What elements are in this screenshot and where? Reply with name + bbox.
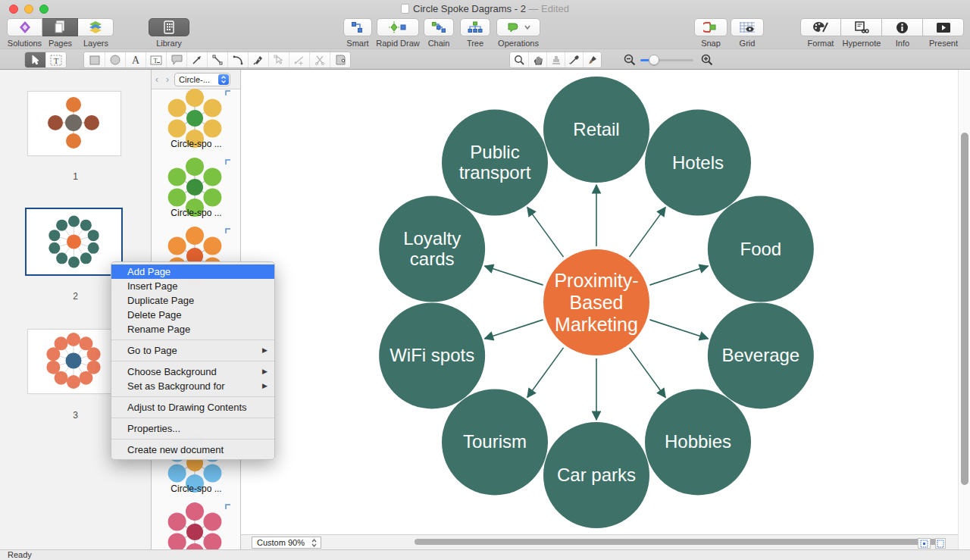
line-tool-button[interactable] [207, 52, 227, 67]
operations-button[interactable] [496, 18, 540, 36]
library-button[interactable] [149, 18, 189, 36]
menu-item-label: Duplicate Page [127, 295, 194, 306]
drawing-canvas[interactable]: RetailHotelsFoodBeverageHobbiesCar parks… [241, 70, 958, 534]
menu-item-delete-page[interactable]: Delete Page [111, 308, 274, 322]
library-selector[interactable]: Circle-... [174, 73, 230, 86]
chevron-down-icon [524, 24, 531, 30]
callout-tool-button[interactable] [166, 52, 186, 67]
snap-button[interactable] [694, 18, 728, 36]
library-item-label: Circle-spo ... [152, 208, 241, 218]
shape-edit-tool-button[interactable] [330, 52, 350, 67]
solutions-label: Solutions [7, 39, 42, 48]
chain-icon [431, 21, 446, 33]
smart-button[interactable] [343, 18, 372, 36]
status-bar: Ready [0, 549, 970, 560]
navigator-button[interactable] [918, 538, 931, 549]
info-label: Info [882, 39, 923, 48]
page-thumbnail-3[interactable] [27, 329, 121, 394]
add-point-tool-button[interactable] [289, 52, 309, 67]
stepper-icon [218, 74, 229, 85]
arrow-tool-button[interactable] [186, 52, 207, 67]
ellipse-tool-button[interactable] [105, 52, 125, 67]
eyedropper-tool-button[interactable] [565, 52, 583, 67]
page-overview-button[interactable] [935, 538, 946, 549]
rectangle-tool-button[interactable] [84, 52, 105, 67]
diagram-node-hobbies[interactable]: Hobbies [645, 389, 751, 495]
grid-button[interactable] [731, 18, 764, 36]
rapid-draw-label: Rapid Draw [376, 39, 419, 48]
menu-item-properties[interactable]: Properties... [111, 421, 274, 436]
layers-icon [88, 20, 103, 34]
select-tool-button[interactable] [25, 52, 45, 67]
menu-separator [111, 418, 274, 418]
text-tool-button[interactable]: A [125, 52, 146, 67]
pan-tool-button[interactable] [528, 52, 546, 67]
svg-text:cards: cards [410, 249, 455, 269]
present-button[interactable] [923, 18, 964, 36]
library-shape-circle-spoke[interactable] [152, 500, 241, 549]
diagram-node-public-transport[interactable]: Publictransport [442, 110, 548, 216]
chain-button[interactable] [424, 18, 454, 36]
layers-button[interactable] [78, 18, 114, 36]
pages-button[interactable] [42, 18, 78, 36]
zoom-slider-thumb[interactable] [649, 55, 659, 65]
tree-button[interactable] [460, 18, 490, 36]
horizontal-scrollbar-thumb[interactable] [415, 539, 943, 545]
zoom-out-button[interactable] [624, 54, 636, 66]
rapid-draw-button[interactable] [377, 18, 419, 36]
solutions-button[interactable] [7, 18, 42, 36]
smart-connector-icon [351, 21, 365, 33]
smart-label: Smart [346, 39, 368, 48]
menu-item-label: Set as Background for [127, 380, 225, 392]
submenu-arrow-icon: ▶ [262, 364, 268, 379]
diagram-node-loyalty-cards[interactable]: Loyaltycards [379, 196, 485, 302]
svg-text:Proximity-: Proximity- [554, 270, 638, 291]
menu-item-create-new-document[interactable]: Create new document [111, 443, 274, 457]
diagram-node-food[interactable]: Food [708, 196, 814, 302]
zoom-level-select[interactable]: Custom 90% [252, 537, 321, 549]
menu-item-set-as-background-for[interactable]: Set as Background for▶ [111, 379, 274, 393]
format-brush-tool-button[interactable] [583, 52, 601, 67]
page-thumbnail-2[interactable] [25, 208, 123, 276]
text-select-tool-button[interactable]: T [45, 52, 66, 67]
menu-item-choose-background[interactable]: Choose Background▶ [111, 364, 274, 379]
diagram-node-retail[interactable]: Retail [543, 77, 649, 183]
diagram-node-beverage[interactable]: Beverage [708, 302, 814, 408]
stamp-tool-button[interactable] [546, 52, 565, 67]
menu-item-adjust-to-drawing-contents[interactable]: Adjust to Drawing Contents [111, 400, 274, 415]
diagram-node-car-parks[interactable]: Car parks [543, 422, 649, 528]
curve-tool-button[interactable] [227, 52, 248, 67]
diagram-node-hotels[interactable]: Hotels [645, 110, 751, 216]
menu-item-rename-page[interactable]: Rename Page [111, 322, 274, 336]
menu-item-add-page[interactable]: Add Page [111, 264, 274, 279]
diagram-node-wifi-spots[interactable]: WiFi spots [379, 302, 485, 408]
library-forward-button[interactable]: › [162, 74, 173, 86]
menu-item-duplicate-page[interactable]: Duplicate Page [111, 293, 274, 308]
pen-tool-button[interactable] [248, 52, 268, 67]
text-box-tool-button[interactable]: T [146, 52, 166, 67]
zoom-tool-button[interactable] [510, 52, 528, 67]
page-overview-icon [937, 540, 944, 548]
format-button[interactable] [800, 18, 841, 36]
menu-item-insert-page[interactable]: Insert Page [111, 279, 274, 293]
vertical-scrollbar-thumb[interactable] [961, 133, 968, 485]
diagram-node-center[interactable]: Proximity-BasedMarketing [543, 249, 649, 355]
page-thumbnail-1[interactable] [27, 91, 121, 156]
menu-item-label: Insert Page [127, 280, 178, 292]
svg-text:WiFi spots: WiFi spots [390, 345, 474, 365]
split-tool-button[interactable] [309, 52, 330, 67]
diagram-node-tourism[interactable]: Tourism [442, 389, 548, 495]
library-icon [163, 20, 175, 34]
node-select-tool-button[interactable] [268, 52, 289, 67]
arrow-icon [192, 55, 202, 65]
svg-text:A: A [132, 55, 140, 65]
format-palette-icon [812, 21, 829, 33]
vertical-scrollbar[interactable] [958, 70, 970, 549]
info-button[interactable] [882, 18, 923, 36]
svg-text:transport: transport [459, 162, 531, 183]
menu-item-go-to-page[interactable]: Go to Page▶ [111, 343, 274, 358]
library-back-button[interactable]: ‹ [152, 74, 162, 86]
zoom-in-button[interactable] [701, 54, 713, 66]
hypernote-button[interactable] [841, 18, 882, 36]
library-item-label: Circle-spo ... [152, 483, 241, 494]
